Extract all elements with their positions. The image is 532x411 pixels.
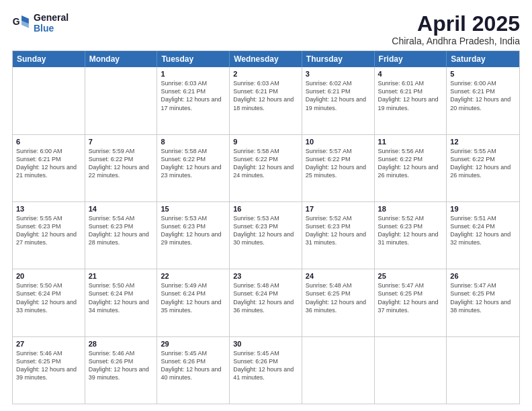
cell-info: Sunrise: 5:48 AM Sunset: 6:25 PM Dayligh… [306,281,371,314]
cal-cell: 11Sunrise: 5:56 AM Sunset: 6:22 PM Dayli… [375,135,447,201]
cell-info: Sunrise: 5:45 AM Sunset: 6:26 PM Dayligh… [233,349,298,382]
cal-cell: 26Sunrise: 5:47 AM Sunset: 6:25 PM Dayli… [447,269,519,336]
cell-info: Sunrise: 5:58 AM Sunset: 6:22 PM Dayligh… [161,147,226,180]
cell-info: Sunrise: 6:00 AM Sunset: 6:21 PM Dayligh… [16,147,81,180]
cal-header-tuesday: Tuesday [157,51,230,67]
cal-cell: 17Sunrise: 5:52 AM Sunset: 6:23 PM Dayli… [302,202,375,269]
day-number: 24 [306,272,371,280]
cell-info: Sunrise: 5:53 AM Sunset: 6:23 PM Dayligh… [161,214,226,247]
day-number: 6 [16,138,81,146]
day-number: 8 [161,138,226,146]
page: G General Blue April 2025 Chirala, Andhr… [0,0,532,411]
cell-info: Sunrise: 5:52 AM Sunset: 6:23 PM Dayligh… [378,214,443,247]
cal-header-wednesday: Wednesday [230,51,302,67]
day-number: 22 [161,272,226,280]
cal-cell: 4Sunrise: 6:01 AM Sunset: 6:21 PM Daylig… [375,67,447,134]
cal-cell: 27Sunrise: 5:46 AM Sunset: 6:25 PM Dayli… [13,337,85,404]
cal-cell: 25Sunrise: 5:47 AM Sunset: 6:25 PM Dayli… [375,269,447,336]
cal-cell [447,337,519,404]
cal-cell: 30Sunrise: 5:45 AM Sunset: 6:26 PM Dayli… [230,337,302,404]
cal-week-1: 6Sunrise: 6:00 AM Sunset: 6:21 PM Daylig… [13,134,519,201]
cell-info: Sunrise: 5:55 AM Sunset: 6:22 PM Dayligh… [450,147,516,180]
day-number: 12 [450,138,516,146]
cal-cell: 23Sunrise: 5:48 AM Sunset: 6:24 PM Dayli… [230,269,302,336]
cell-info: Sunrise: 5:54 AM Sunset: 6:23 PM Dayligh… [89,214,154,247]
day-number: 5 [450,70,516,78]
cal-cell: 2Sunrise: 6:03 AM Sunset: 6:21 PM Daylig… [230,67,302,134]
cal-cell: 24Sunrise: 5:48 AM Sunset: 6:25 PM Dayli… [302,269,375,336]
cal-cell: 1Sunrise: 6:03 AM Sunset: 6:21 PM Daylig… [157,67,230,134]
cal-cell: 28Sunrise: 5:46 AM Sunset: 6:26 PM Dayli… [85,337,158,404]
cal-week-2: 13Sunrise: 5:55 AM Sunset: 6:23 PM Dayli… [13,201,519,269]
cell-info: Sunrise: 5:49 AM Sunset: 6:24 PM Dayligh… [161,281,226,314]
day-number: 14 [89,205,154,213]
cal-cell: 16Sunrise: 5:53 AM Sunset: 6:23 PM Dayli… [230,202,302,269]
calendar-header-row: SundayMondayTuesdayWednesdayThursdayFrid… [13,51,519,67]
day-number: 1 [161,70,226,78]
cal-cell [302,337,375,404]
cell-info: Sunrise: 5:50 AM Sunset: 6:24 PM Dayligh… [89,281,154,314]
cell-info: Sunrise: 5:59 AM Sunset: 6:22 PM Dayligh… [89,147,154,180]
cal-cell: 7Sunrise: 5:59 AM Sunset: 6:22 PM Daylig… [85,135,158,201]
cell-info: Sunrise: 6:03 AM Sunset: 6:21 PM Dayligh… [161,79,226,112]
logo-text: General Blue [34,12,69,34]
cal-header-thursday: Thursday [302,51,375,67]
calendar: SundayMondayTuesdayWednesdayThursdayFrid… [12,50,520,404]
cell-info: Sunrise: 5:52 AM Sunset: 6:23 PM Dayligh… [306,214,371,247]
cal-cell: 9Sunrise: 5:58 AM Sunset: 6:22 PM Daylig… [230,135,302,201]
day-number: 16 [233,205,298,213]
day-number: 18 [378,205,443,213]
cal-header-saturday: Saturday [447,51,519,67]
subtitle: Chirala, Andhra Pradesh, India [392,36,520,46]
cal-cell: 3Sunrise: 6:02 AM Sunset: 6:21 PM Daylig… [302,67,375,134]
day-number: 20 [16,272,81,280]
cell-info: Sunrise: 5:50 AM Sunset: 6:24 PM Dayligh… [16,281,81,314]
cell-info: Sunrise: 6:00 AM Sunset: 6:21 PM Dayligh… [450,79,516,112]
day-number: 26 [450,272,516,280]
svg-text:G: G [13,16,20,27]
day-number: 13 [16,205,81,213]
cal-header-friday: Friday [375,51,447,67]
day-number: 15 [161,205,226,213]
cal-cell: 8Sunrise: 5:58 AM Sunset: 6:22 PM Daylig… [157,135,230,201]
cal-week-0: 1Sunrise: 6:03 AM Sunset: 6:21 PM Daylig… [13,67,519,134]
cell-info: Sunrise: 6:01 AM Sunset: 6:21 PM Dayligh… [378,79,443,112]
cal-header-sunday: Sunday [13,51,85,67]
day-number: 23 [233,272,298,280]
cal-cell: 15Sunrise: 5:53 AM Sunset: 6:23 PM Dayli… [157,202,230,269]
day-number: 9 [233,138,298,146]
cal-cell: 14Sunrise: 5:54 AM Sunset: 6:23 PM Dayli… [85,202,158,269]
cal-cell: 12Sunrise: 5:55 AM Sunset: 6:22 PM Dayli… [447,135,519,201]
day-number: 21 [89,272,154,280]
cal-cell: 6Sunrise: 6:00 AM Sunset: 6:21 PM Daylig… [13,135,85,201]
cell-info: Sunrise: 5:47 AM Sunset: 6:25 PM Dayligh… [378,281,443,314]
cell-info: Sunrise: 6:02 AM Sunset: 6:21 PM Dayligh… [306,79,371,112]
day-number: 27 [16,340,81,348]
logo-icon: G [12,13,31,32]
day-number: 10 [306,138,371,146]
title-block: April 2025 Chirala, Andhra Pradesh, Indi… [392,12,520,46]
cal-cell: 21Sunrise: 5:50 AM Sunset: 6:24 PM Dayli… [85,269,158,336]
cell-info: Sunrise: 5:47 AM Sunset: 6:25 PM Dayligh… [450,281,516,314]
main-title: April 2025 [392,12,520,36]
day-number: 11 [378,138,443,146]
day-number: 28 [89,340,154,348]
cell-info: Sunrise: 5:53 AM Sunset: 6:23 PM Dayligh… [233,214,298,247]
cell-info: Sunrise: 5:55 AM Sunset: 6:23 PM Dayligh… [16,214,81,247]
cell-info: Sunrise: 5:56 AM Sunset: 6:22 PM Dayligh… [378,147,443,180]
day-number: 30 [233,340,298,348]
cell-info: Sunrise: 5:58 AM Sunset: 6:22 PM Dayligh… [233,147,298,180]
cal-header-monday: Monday [85,51,158,67]
cell-info: Sunrise: 5:57 AM Sunset: 6:22 PM Dayligh… [306,147,371,180]
calendar-body: 1Sunrise: 6:03 AM Sunset: 6:21 PM Daylig… [13,67,519,404]
cell-info: Sunrise: 5:51 AM Sunset: 6:24 PM Dayligh… [450,214,516,247]
cell-info: Sunrise: 5:46 AM Sunset: 6:26 PM Dayligh… [89,349,154,382]
cal-cell: 20Sunrise: 5:50 AM Sunset: 6:24 PM Dayli… [13,269,85,336]
day-number: 3 [306,70,371,78]
cal-cell: 5Sunrise: 6:00 AM Sunset: 6:21 PM Daylig… [447,67,519,134]
header: G General Blue April 2025 Chirala, Andhr… [12,12,520,46]
cal-cell [85,67,158,134]
cell-info: Sunrise: 5:45 AM Sunset: 6:26 PM Dayligh… [161,349,226,382]
cal-cell [13,67,85,134]
cal-cell: 29Sunrise: 5:45 AM Sunset: 6:26 PM Dayli… [157,337,230,404]
